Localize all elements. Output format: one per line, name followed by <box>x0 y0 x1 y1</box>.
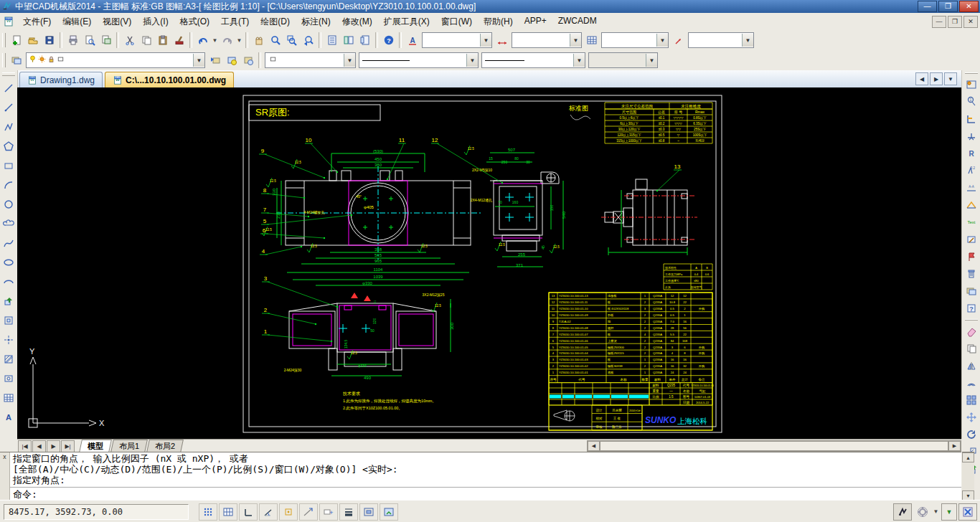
open-icon[interactable] <box>24 32 41 49</box>
prev-tab-icon[interactable]: ◀ <box>32 440 46 452</box>
preview-icon[interactable] <box>81 32 98 49</box>
tab-scroll-left-icon[interactable]: ◀ <box>915 72 928 85</box>
last-tab-icon[interactable]: ▶| <box>61 440 75 452</box>
rough-icon[interactable]: 3.2 <box>963 163 980 179</box>
doc-close-button[interactable]: ✕ <box>963 16 978 28</box>
toolpalettes-icon[interactable] <box>357 32 373 49</box>
undo-icon[interactable] <box>194 32 211 49</box>
layout-tab-模型[interactable]: 模型 <box>79 440 112 452</box>
text-style-combo-dropdown-icon[interactable]: ▼ <box>480 34 491 47</box>
dimstyle-icon[interactable] <box>494 32 510 49</box>
command-window[interactable]: x 指定窗口的角点， 输入比例因子 (nX 或 nXP)， 或者 [全部(A)/… <box>0 452 961 500</box>
paste-icon[interactable] <box>154 32 171 49</box>
layer-combo[interactable]: ▼ <box>26 52 205 68</box>
properties-icon[interactable] <box>324 32 340 49</box>
spline-icon[interactable] <box>1 234 17 251</box>
doc-restore-button[interactable]: ❐ <box>948 16 962 28</box>
toolbar-grip[interactable] <box>2 72 15 76</box>
table-icon[interactable] <box>1 389 17 406</box>
command-input[interactable]: 命令: <box>10 488 961 500</box>
zoomwin-icon[interactable] <box>283 32 300 49</box>
scrollbar-thumb[interactable] <box>600 441 948 451</box>
ortho-icon[interactable] <box>239 503 258 521</box>
menu-10[interactable]: 扩展工具(X) <box>378 14 435 30</box>
ray-icon[interactable] <box>1 99 17 115</box>
menu-4[interactable]: 插入(I) <box>137 14 174 30</box>
dropdown-arrow-icon[interactable]: ▼ <box>211 32 219 49</box>
gear-icon[interactable] <box>913 503 932 521</box>
menu-2[interactable]: 编辑(E) <box>57 14 97 30</box>
texttool-icon[interactable]: Text <box>963 214 980 231</box>
copyobj-icon[interactable] <box>963 341 980 357</box>
rectangle-icon[interactable] <box>1 157 17 174</box>
deltool-icon[interactable] <box>963 266 980 283</box>
command-scroll-down-icon[interactable]: ▼ <box>962 490 974 500</box>
hatch-icon[interactable] <box>1 351 17 367</box>
menu-9[interactable]: 修改(M) <box>336 14 378 30</box>
linetype-combo-dropdown-icon[interactable]: ▼ <box>466 54 478 67</box>
mtext-icon[interactable]: A <box>1 409 17 425</box>
menu-8[interactable]: 标注(N) <box>296 14 336 30</box>
command-scrollbar[interactable]: ▲ ▼ <box>962 452 974 500</box>
lineweight-combo-dropdown-icon[interactable]: ▼ <box>573 54 585 67</box>
color-combo[interactable]: ▼ <box>265 52 356 68</box>
layermgr-icon[interactable] <box>8 52 24 69</box>
color-combo-dropdown-icon[interactable]: ▼ <box>344 54 355 67</box>
publish-icon[interactable] <box>98 32 114 49</box>
pline-icon[interactable] <box>1 118 17 135</box>
cad-drawing-canvas[interactable]: X Y SR原图:标准图(530)45038035856596511041039… <box>17 87 961 439</box>
erase-icon[interactable] <box>963 323 980 340</box>
scroll-right-icon[interactable]: ▶ <box>948 441 961 451</box>
copy-icon[interactable] <box>138 32 154 49</box>
zoomprev-icon[interactable] <box>300 32 316 49</box>
mleader-icon[interactable] <box>670 32 687 49</box>
blockedit-icon[interactable] <box>963 232 980 248</box>
doc-tab-1[interactable]: WDWGDrawing1.dwg <box>19 72 103 87</box>
revcloud-icon[interactable] <box>1 215 17 232</box>
wspace-icon[interactable] <box>380 503 398 521</box>
array-icon[interactable] <box>963 392 980 409</box>
bomtable-icon[interactable] <box>963 111 980 128</box>
match-icon[interactable] <box>171 32 187 49</box>
fullscreen-icon[interactable] <box>958 503 977 521</box>
layout-tab-布局2[interactable]: 布局2 <box>146 440 184 452</box>
lineweight-combo[interactable]: ▼ <box>481 52 585 68</box>
command-scroll-up-icon[interactable]: ▲ <box>962 452 974 462</box>
sheet-icon[interactable] <box>963 77 980 93</box>
redo-icon[interactable] <box>219 32 235 49</box>
first-tab-icon[interactable]: |◀ <box>18 440 32 452</box>
tab-scroll-right-icon[interactable]: ▶ <box>930 72 943 85</box>
table-style-combo[interactable]: ▼ <box>601 32 669 48</box>
ellipsearc-icon[interactable] <box>1 273 17 290</box>
text-style-combo[interactable]: ▼ <box>422 32 492 48</box>
layerstate-icon[interactable] <box>223 52 240 69</box>
move-icon[interactable] <box>963 409 980 426</box>
circle-icon[interactable] <box>1 196 17 212</box>
menu-5[interactable]: 格式(O) <box>174 14 215 30</box>
scroll-left-icon[interactable]: ◀ <box>588 441 600 451</box>
designcenter-icon[interactable] <box>340 32 357 49</box>
menu-13[interactable]: APP+ <box>519 14 552 30</box>
menu-6[interactable]: 工具(T) <box>215 14 255 30</box>
polar-icon[interactable] <box>259 503 278 521</box>
layeriso-icon[interactable] <box>240 52 256 69</box>
maximize-button[interactable]: ❐ <box>938 1 958 12</box>
lwt-icon[interactable] <box>339 503 358 521</box>
layer-color-swatch[interactable] <box>56 54 65 66</box>
arc-icon[interactable] <box>1 176 17 193</box>
layer-combo-dropdown-icon[interactable]: ▼ <box>193 54 204 67</box>
layertool-icon[interactable] <box>963 283 980 300</box>
snap-icon[interactable] <box>199 503 217 521</box>
horizontal-scrollbar[interactable]: ◀ ▶ <box>587 440 961 452</box>
table-style-combo-dropdown-icon[interactable]: ▼ <box>656 34 668 47</box>
menu-12[interactable]: 帮助(H) <box>478 14 519 30</box>
menu-7[interactable]: 绘图(D) <box>255 14 296 30</box>
new-icon[interactable] <box>8 32 24 49</box>
command-close-icon[interactable]: x <box>3 454 6 460</box>
polygon-icon[interactable] <box>1 138 17 154</box>
otrack-icon[interactable] <box>299 503 318 521</box>
balloon-icon[interactable]: 1 <box>963 94 980 110</box>
layerprev-icon[interactable] <box>207 52 223 69</box>
line-icon[interactable] <box>1 80 17 96</box>
makeblock-icon[interactable] <box>1 312 17 328</box>
